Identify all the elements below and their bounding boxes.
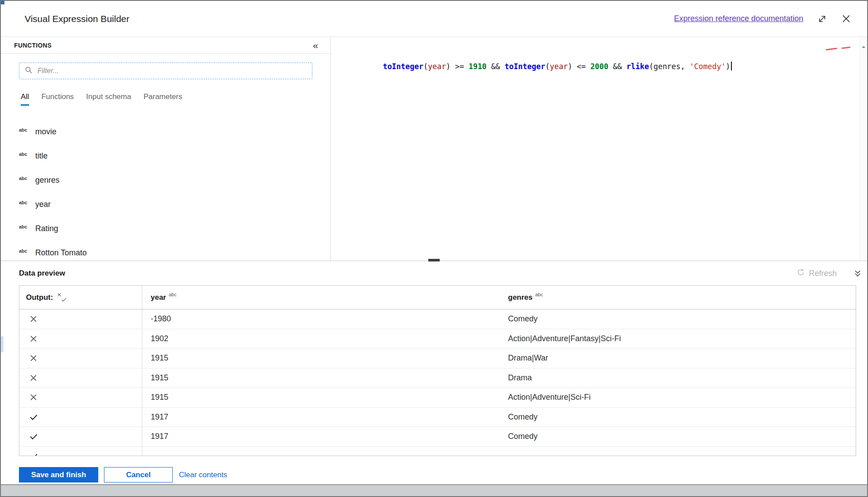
list-item-label: year [35,200,51,209]
list-item-label: title [35,151,48,161]
list-item-rotton-tomato[interactable]: abc Rotton Tomato [1,241,330,261]
list-item-label: Rating [35,224,58,233]
code-token: rlike [627,62,649,71]
list-item-label: genres [35,176,59,185]
data-preview-header: Data preview Refresh [1,261,867,285]
text-cursor [731,62,732,70]
year-cell: 1915 [142,349,500,368]
included-check-icon [30,452,38,456]
data-preview-title: Data preview [19,269,65,278]
year-cell: 1902 [142,329,500,349]
included-check-icon [30,413,38,421]
year-cell: 1915 [142,388,500,407]
genres-cell [500,447,856,457]
tab-input-schema[interactable]: Input schema [86,92,131,106]
string-type-icon: abc [19,176,35,181]
code-token: (genres, [649,62,690,71]
data-preview-table: Output: year abc genres abc -1980 Comedy… [19,285,856,456]
column-header-year: year abc [142,286,500,309]
cancel-button[interactable]: Cancel [104,467,173,482]
functions-tabs: All Functions Input schema Parameters [21,92,330,106]
list-item-label: movie [35,127,56,136]
list-item-title[interactable]: abc title [1,144,330,168]
collapse-panel-icon[interactable]: « [313,40,318,50]
builder-main-area: FUNCTIONS « All Functions Input schema P… [1,37,867,261]
search-icon [25,66,33,76]
clear-contents-link[interactable]: Clear contents [179,471,227,479]
functions-panel: FUNCTIONS « All Functions Input schema P… [1,37,331,261]
output-cell [19,427,142,446]
genres-cell: Drama|War [500,349,856,368]
functions-panel-header: FUNCTIONS « [1,37,330,54]
output-cell [19,309,142,329]
error-squiggle-mark [842,47,850,49]
code-token: toInteger [504,62,545,71]
column-header-label: Output: [26,293,53,302]
excluded-x-icon [30,315,37,323]
list-item-genres[interactable]: abc genres [1,168,330,192]
table-row: 1915 Drama|War [19,349,856,368]
editor-scrollbar[interactable] [860,37,867,261]
expand-dialog-icon[interactable] [817,14,827,24]
tab-parameters[interactable]: Parameters [144,92,182,106]
year-cell: 1917 [142,408,500,427]
output-cell [19,388,142,407]
tab-all[interactable]: All [21,92,29,106]
list-item-movie[interactable]: abc movie [1,120,330,144]
code-token: toInteger [383,62,423,71]
table-row: 1917 Comedy [19,427,856,447]
functions-panel-title: FUNCTIONS [14,42,52,49]
list-item-rating[interactable]: abc Rating [1,217,330,241]
save-and-finish-button[interactable]: Save and finish [19,467,98,482]
year-cell: -1980 [142,309,500,329]
visual-expression-builder-dialog: Visual Expression Builder Expression ref… [0,0,868,497]
collapse-section-icon[interactable] [854,270,861,277]
column-header-label: year [151,293,166,302]
table-row: 1917 Comedy [19,408,856,427]
output-cell [19,329,142,349]
refresh-icon [797,268,805,279]
list-item-year[interactable]: abc year [1,192,330,217]
background-page-edge-artifact [0,336,4,352]
page-bottom-band [1,484,867,496]
tab-functions[interactable]: Functions [41,92,74,106]
list-item-label: Rotton Tomato [35,248,87,258]
code-token: ) >= [446,62,468,71]
code-token: ) [726,62,730,71]
filter-input[interactable] [37,66,307,75]
output-cell [19,408,142,427]
code-token: year [428,62,446,71]
genres-cell: Comedy [500,408,856,427]
code-token: && [608,62,627,71]
genres-cell: Drama [500,368,856,388]
code-token: 'Comedy' [690,62,726,71]
string-type-icon: abc [19,127,35,133]
schema-column-list: abc movie abc title abc genres abc year … [1,120,330,261]
expression-editor[interactable]: toInteger(year) >= 1910 && toInteger(yea… [331,37,867,261]
excluded-x-icon [30,374,37,382]
splitter-drag-handle[interactable] [428,259,440,261]
code-token: && [486,62,504,71]
code-token: year [550,62,568,71]
background-page-corner-artifact [0,0,4,4]
table-row: 1915 Drama [19,368,856,388]
table-row: -1980 Comedy [19,309,856,329]
output-cell [19,349,142,368]
year-cell [142,447,500,457]
string-type-icon: abc [19,200,35,205]
expression-reference-doc-link[interactable]: Expression reference documentation [674,14,803,23]
table-row: 1915 Action|Adventure|Sci-Fi [19,388,856,408]
table-row: 1902 Action|Adventure|Fantasy|Sci-Fi [19,329,856,349]
code-token: ( [545,62,549,71]
genres-cell: Comedy [500,309,856,329]
output-toggle-icon[interactable] [57,293,67,302]
close-icon[interactable] [841,14,851,24]
dialog-title: Visual Expression Builder [25,14,130,24]
string-type-icon: abc [535,292,543,297]
code-token: 2000 [590,62,608,71]
dialog-footer: Save and finish Cancel Clear contents [19,467,227,482]
refresh-button[interactable]: Refresh [797,268,837,279]
titlebar-actions: Expression reference documentation [674,14,851,24]
refresh-label: Refresh [809,269,837,278]
table-header-row: Output: year abc genres abc [19,286,856,309]
